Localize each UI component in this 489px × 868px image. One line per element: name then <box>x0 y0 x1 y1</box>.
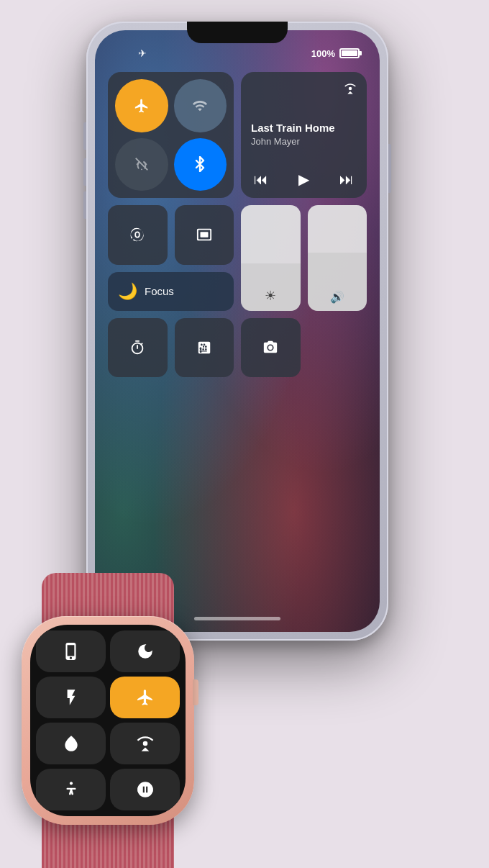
music-title: Last Train Home <box>251 122 357 135</box>
fast-forward-button[interactable]: ⏭ <box>339 171 354 188</box>
watch-flashlight-button[interactable] <box>36 677 106 718</box>
brightness-slider[interactable]: ☀ <box>241 205 301 311</box>
iphone-screen: ✈ 100% <box>95 30 380 632</box>
music-artist: John Mayer <box>251 136 357 147</box>
moon-icon: 🌙 <box>118 282 137 301</box>
watch-water-button[interactable] <box>36 723 106 764</box>
orientation-lock-button[interactable] <box>108 205 168 265</box>
calculator-button[interactable] <box>175 318 234 378</box>
watch-airplane-button[interactable] <box>110 677 180 718</box>
watch-airplay-button[interactable] <box>110 723 180 764</box>
focus-label: Focus <box>145 285 174 297</box>
control-center-grid: Last Train Home John Mayer ⏮ ▶ ⏭ <box>108 72 367 377</box>
camera-button[interactable] <box>241 318 301 378</box>
battery-percentage: 100% <box>311 48 335 59</box>
svg-point-3 <box>142 741 147 746</box>
watch-crown[interactable] <box>193 679 198 705</box>
iphone-device: ✈ 100% <box>86 22 388 641</box>
watch-accessibility-button[interactable] <box>36 769 106 810</box>
scene: ✈ 100% <box>0 0 489 868</box>
wifi-button[interactable] <box>115 138 168 191</box>
svg-point-1 <box>349 87 352 91</box>
watch-walkie-button[interactable] <box>36 630 106 672</box>
timer-button[interactable] <box>108 318 168 378</box>
airplane-mode-button[interactable] <box>115 79 168 132</box>
watch-haptics-button[interactable] <box>110 769 180 810</box>
volume-slider[interactable]: 🔊 <box>308 205 367 311</box>
iphone-notch <box>187 22 288 43</box>
focus-button[interactable]: 🌙 Focus <box>108 272 234 311</box>
airplay-button[interactable] <box>344 82 357 98</box>
watch-control-center <box>30 625 186 816</box>
watch-body <box>22 616 194 825</box>
watch-dnd-button[interactable] <box>110 630 180 672</box>
bluetooth-button[interactable] <box>174 138 227 191</box>
watch-screen <box>30 625 186 816</box>
airplane-mode-icon: ✈ <box>138 48 147 59</box>
connectivity-block <box>108 72 234 198</box>
status-bar: ✈ 100% <box>95 43 380 63</box>
screen-mirror-button[interactable] <box>175 205 234 265</box>
apple-watch <box>22 616 194 825</box>
svg-rect-2 <box>200 232 208 238</box>
music-player: Last Train Home John Mayer ⏮ ▶ ⏭ <box>241 72 367 198</box>
home-indicator <box>194 617 280 620</box>
battery-icon <box>339 48 360 58</box>
play-button[interactable]: ▶ <box>298 171 309 188</box>
cellular-button[interactable] <box>174 79 227 132</box>
rewind-button[interactable]: ⏮ <box>254 171 268 188</box>
